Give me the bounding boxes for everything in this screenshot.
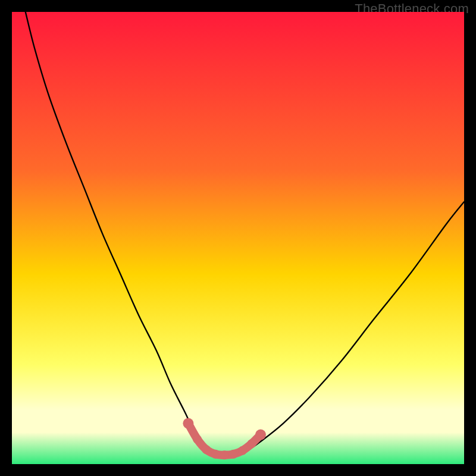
sweet-spot-dot [202, 445, 211, 454]
sweet-spot-dot [220, 450, 229, 459]
sweet-spot-dot [255, 430, 266, 440]
gradient-background [12, 12, 464, 464]
sweet-spot-dot [211, 450, 220, 459]
sweet-spot-dot [193, 435, 202, 444]
sweet-spot-dot [247, 439, 256, 448]
sweet-spot-dot [229, 450, 238, 459]
sweet-spot-dot [183, 418, 193, 429]
chart-frame: TheBottleneck.com [0, 0, 476, 476]
bottleneck-chart [12, 12, 464, 464]
sweet-spot-dot [238, 446, 247, 455]
